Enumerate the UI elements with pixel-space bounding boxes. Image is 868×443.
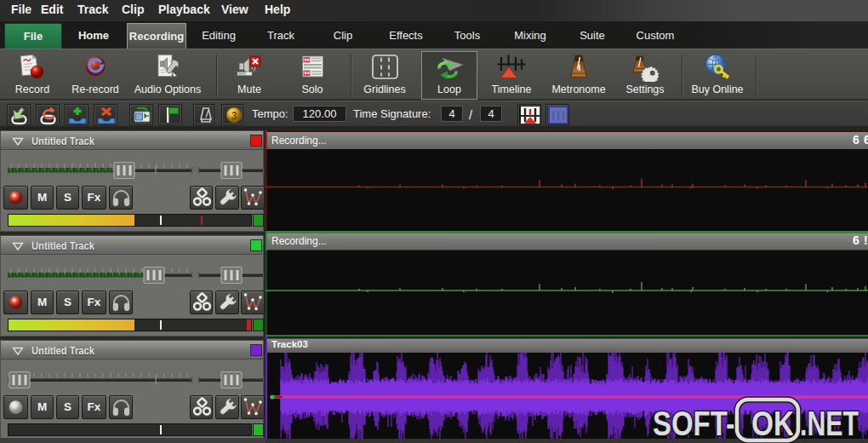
- svg-text:3: 3: [231, 110, 237, 122]
- svg-text:SOFT-: SOFT-: [653, 404, 735, 443]
- svg-text:.NET: .NET: [800, 404, 859, 443]
- svg-text:OK: OK: [751, 404, 794, 443]
